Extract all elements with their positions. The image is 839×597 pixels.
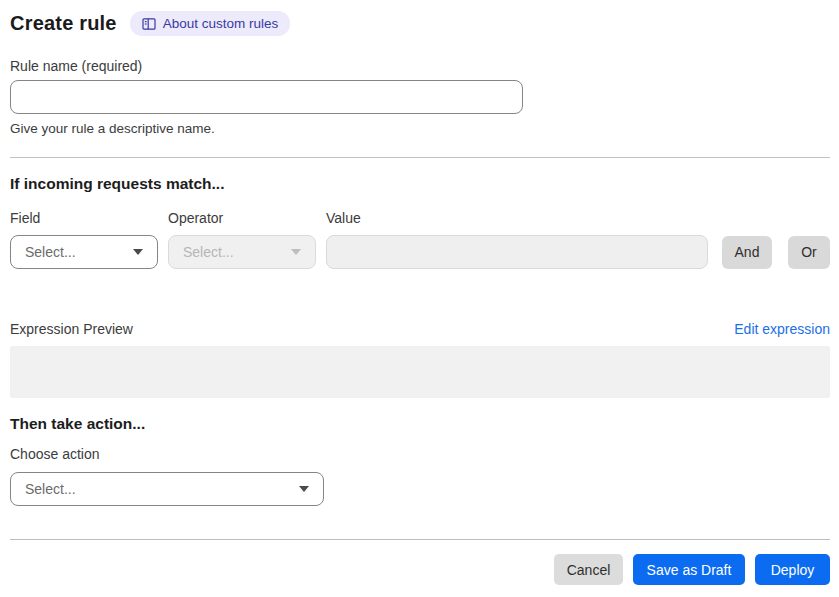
or-button[interactable]: Or (788, 236, 830, 269)
expression-preview-label: Expression Preview (10, 321, 133, 337)
field-label: Field (10, 210, 168, 226)
condition-builder-row: Select... Select... And Or (10, 235, 830, 269)
about-badge-label: About custom rules (163, 16, 279, 31)
edit-expression-link[interactable]: Edit expression (734, 321, 830, 337)
operator-select-value: Select... (183, 244, 234, 260)
about-custom-rules-badge[interactable]: About custom rules (130, 11, 291, 36)
expression-preview-header: Expression Preview Edit expression (10, 321, 830, 337)
value-input (326, 235, 708, 269)
action-section-heading: Then take action... (10, 415, 830, 433)
value-label: Value (326, 210, 830, 226)
operator-select: Select... (168, 235, 316, 269)
field-select-value: Select... (25, 244, 76, 260)
rule-name-input[interactable] (10, 80, 523, 114)
book-icon (142, 17, 156, 31)
field-select[interactable]: Select... (10, 235, 158, 269)
footer-divider (10, 539, 830, 540)
match-section-heading: If incoming requests match... (10, 175, 830, 193)
caret-down-icon (299, 486, 309, 492)
caret-down-icon (133, 249, 143, 255)
section-divider (10, 157, 830, 158)
action-select-value: Select... (25, 481, 76, 497)
cancel-button[interactable]: Cancel (554, 554, 623, 585)
operator-label: Operator (168, 210, 326, 226)
action-select[interactable]: Select... (10, 472, 324, 506)
page-header: Create rule About custom rules (10, 10, 830, 37)
rule-name-helper: Give your rule a descriptive name. (10, 121, 830, 136)
save-as-draft-button[interactable]: Save as Draft (633, 554, 745, 585)
deploy-button[interactable]: Deploy (755, 554, 830, 585)
create-rule-page: Create rule About custom rules Rule name… (0, 0, 839, 585)
and-button[interactable]: And (722, 236, 772, 269)
caret-down-icon (291, 249, 301, 255)
footer-actions: Cancel Save as Draft Deploy (10, 554, 830, 585)
choose-action-label: Choose action (10, 446, 830, 462)
condition-labels-row: Field Operator Value (10, 210, 830, 226)
page-title: Create rule (10, 12, 117, 35)
expression-preview-box (10, 346, 830, 398)
rule-name-label: Rule name (required) (10, 58, 830, 74)
